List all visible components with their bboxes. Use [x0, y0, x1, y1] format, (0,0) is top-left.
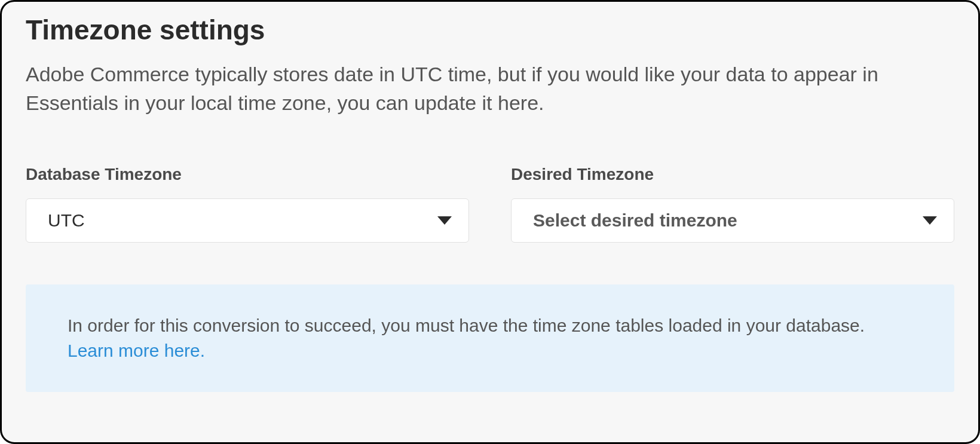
- learn-more-link[interactable]: Learn more here.: [68, 341, 205, 360]
- chevron-down-icon: [923, 216, 937, 225]
- desired-timezone-label: Desired Timezone: [511, 165, 954, 184]
- database-timezone-field: Database Timezone UTC: [26, 165, 469, 243]
- desired-timezone-select[interactable]: Select desired timezone: [511, 198, 954, 243]
- info-notice: In order for this conversion to succeed,…: [26, 284, 954, 392]
- database-timezone-select[interactable]: UTC: [26, 198, 469, 243]
- database-timezone-value: UTC: [48, 210, 85, 231]
- page-description: Adobe Commerce typically stores date in …: [26, 60, 922, 117]
- timezone-settings-panel: Timezone settings Adobe Commerce typical…: [0, 0, 980, 444]
- database-timezone-label: Database Timezone: [26, 165, 469, 184]
- page-title: Timezone settings: [26, 14, 954, 46]
- chevron-down-icon: [437, 216, 452, 225]
- timezone-fields-row: Database Timezone UTC Desired Timezone S…: [26, 165, 954, 243]
- notice-text: In order for this conversion to succeed,…: [68, 316, 865, 335]
- desired-timezone-placeholder: Select desired timezone: [533, 210, 737, 231]
- desired-timezone-field: Desired Timezone Select desired timezone: [511, 165, 954, 243]
